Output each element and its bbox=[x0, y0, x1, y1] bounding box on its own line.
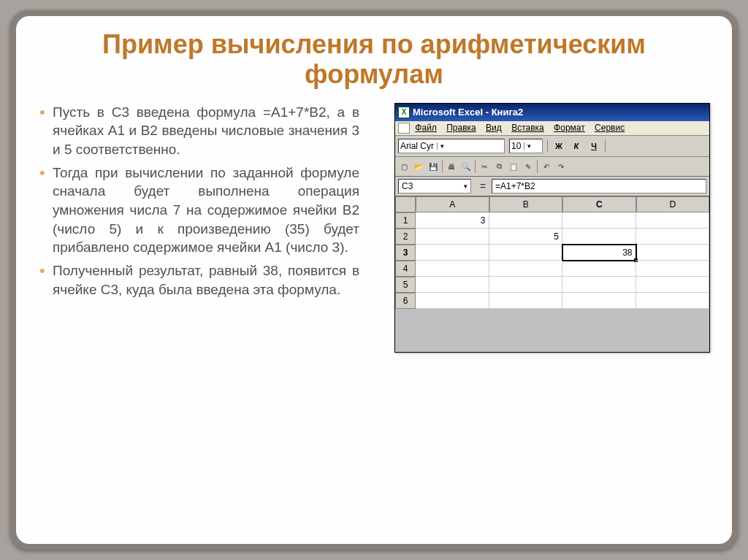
spreadsheet-grid[interactable]: A B C D 1 3 2 5 3 bbox=[395, 196, 709, 309]
font-name-value: Arial Cyr bbox=[400, 141, 434, 151]
open-icon[interactable]: 📂 bbox=[413, 161, 424, 172]
cell-C4[interactable] bbox=[562, 261, 636, 277]
underline-button[interactable]: Ч bbox=[587, 139, 600, 153]
cell-C1[interactable] bbox=[562, 212, 636, 229]
new-icon[interactable]: ▢ bbox=[398, 161, 410, 172]
cell-D4[interactable] bbox=[636, 261, 710, 277]
row-header-2[interactable]: 2 bbox=[395, 229, 416, 245]
cell-C5[interactable] bbox=[562, 277, 636, 293]
redo-icon[interactable]: ↷ bbox=[555, 161, 567, 172]
cell-D1[interactable] bbox=[636, 212, 710, 229]
cell-C2[interactable] bbox=[562, 229, 636, 245]
cell-B4[interactable] bbox=[489, 261, 563, 277]
menu-bar[interactable]: Файл Правка Вид Вставка Формат Сервис bbox=[395, 121, 709, 136]
row-header-5[interactable]: 5 bbox=[395, 277, 416, 293]
font-size-combo[interactable]: 10 ▾ bbox=[509, 139, 543, 153]
cell-D5[interactable] bbox=[636, 277, 710, 293]
name-box[interactable]: C3 ▾ bbox=[398, 179, 471, 193]
chevron-down-icon: ▾ bbox=[437, 142, 446, 150]
image-column: X Microsoft Excel - Книга2 Файл Правка В… bbox=[374, 103, 710, 353]
cell-B5[interactable] bbox=[489, 277, 563, 293]
cell-B2[interactable]: 5 bbox=[489, 229, 563, 245]
separator bbox=[537, 160, 538, 173]
print-icon[interactable]: 🖶 bbox=[446, 161, 457, 172]
italic-button[interactable]: К bbox=[570, 139, 583, 153]
preview-icon[interactable]: 🔍 bbox=[460, 161, 472, 172]
bullet-item: Тогда при вычислении по заданной формуле… bbox=[38, 164, 359, 257]
two-column-layout: Пусть в C3 введена формула =A1+7*B2, а в… bbox=[38, 103, 710, 353]
format-toolbar: Arial Cyr ▾ 10 ▾ Ж К Ч bbox=[395, 136, 709, 157]
undo-icon[interactable]: ↶ bbox=[541, 161, 552, 172]
bullet-item: Пусть в C3 введена формула =A1+7*B2, а в… bbox=[38, 103, 359, 159]
separator bbox=[547, 139, 548, 153]
col-header-A[interactable]: A bbox=[416, 196, 489, 212]
row-header-4[interactable]: 4 bbox=[395, 261, 416, 277]
formula-text: =A1+7*B2 bbox=[495, 181, 535, 191]
slide-content: Пример вычисления по арифметическим форм… bbox=[16, 16, 732, 544]
menu-service[interactable]: Сервис bbox=[595, 123, 625, 133]
cell-A2[interactable] bbox=[416, 229, 489, 245]
cell-value: 38 bbox=[622, 248, 632, 258]
save-icon[interactable]: 💾 bbox=[427, 161, 439, 172]
formula-input[interactable]: =A1+7*B2 bbox=[492, 179, 706, 193]
cell-A6[interactable] bbox=[416, 293, 489, 309]
font-size-value: 10 bbox=[511, 141, 521, 151]
chevron-down-icon: ▾ bbox=[524, 142, 533, 150]
paste-icon[interactable]: 📋 bbox=[508, 161, 519, 172]
separator bbox=[442, 160, 443, 173]
cell-A3[interactable] bbox=[416, 245, 489, 261]
chevron-down-icon: ▾ bbox=[464, 183, 468, 190]
slide-frame: Пример вычисления по арифметическим форм… bbox=[10, 10, 738, 550]
menu-insert[interactable]: Вставка bbox=[511, 123, 544, 133]
cell-D2[interactable] bbox=[636, 229, 710, 245]
bold-button[interactable]: Ж bbox=[552, 139, 565, 153]
cell-D6[interactable] bbox=[636, 293, 710, 309]
col-header-C[interactable]: C bbox=[562, 196, 636, 212]
format-painter-icon[interactable]: ✎ bbox=[522, 161, 534, 172]
row-header-1[interactable]: 1 bbox=[395, 212, 416, 229]
cell-C3[interactable]: 38 bbox=[562, 245, 636, 261]
separator bbox=[605, 139, 606, 153]
menu-edit[interactable]: Правка bbox=[446, 123, 476, 133]
copy-icon[interactable]: ⧉ bbox=[493, 161, 505, 172]
cell-A4[interactable] bbox=[416, 261, 489, 277]
slide-title: Пример вычисления по арифметическим форм… bbox=[38, 29, 710, 90]
font-name-combo[interactable]: Arial Cyr ▾ bbox=[398, 139, 505, 153]
formula-bar: C3 ▾ = =A1+7*B2 bbox=[395, 177, 709, 196]
cell-A5[interactable] bbox=[416, 277, 489, 293]
cell-B3[interactable] bbox=[489, 245, 563, 261]
document-icon bbox=[398, 123, 410, 134]
name-box-value: C3 bbox=[402, 181, 413, 191]
select-all-corner[interactable] bbox=[395, 196, 416, 212]
equals-label: = bbox=[477, 180, 489, 192]
cell-D3[interactable] bbox=[636, 245, 710, 261]
text-column: Пусть в C3 введена формула =A1+7*B2, а в… bbox=[38, 103, 359, 353]
cell-B6[interactable] bbox=[489, 293, 563, 309]
excel-titlebar[interactable]: X Microsoft Excel - Книга2 bbox=[395, 104, 709, 121]
row-header-3[interactable]: 3 bbox=[395, 245, 416, 261]
row-header-6[interactable]: 6 bbox=[395, 293, 416, 309]
menu-view[interactable]: Вид bbox=[486, 123, 502, 133]
col-header-D[interactable]: D bbox=[636, 196, 710, 212]
cell-C6[interactable] bbox=[562, 293, 636, 309]
excel-title-text: Microsoft Excel - Книга2 bbox=[413, 107, 523, 118]
cut-icon[interactable]: ✂ bbox=[478, 161, 490, 172]
bullet-item: Полученный результат, равный 38, появитс… bbox=[38, 261, 359, 299]
standard-toolbar: ▢ 📂 💾 🖶 🔍 ✂ ⧉ 📋 ✎ ↶ ↷ bbox=[395, 157, 709, 177]
cell-B1[interactable] bbox=[489, 212, 563, 229]
excel-window: X Microsoft Excel - Книга2 Файл Правка В… bbox=[394, 103, 710, 353]
excel-app-icon: X bbox=[398, 107, 410, 118]
bullet-list: Пусть в C3 введена формула =A1+7*B2, а в… bbox=[38, 103, 359, 299]
col-header-B[interactable]: B bbox=[489, 196, 563, 212]
separator bbox=[475, 160, 476, 173]
cell-A1[interactable]: 3 bbox=[416, 212, 489, 229]
menu-file[interactable]: Файл bbox=[415, 123, 437, 133]
menu-format[interactable]: Формат bbox=[554, 123, 585, 133]
